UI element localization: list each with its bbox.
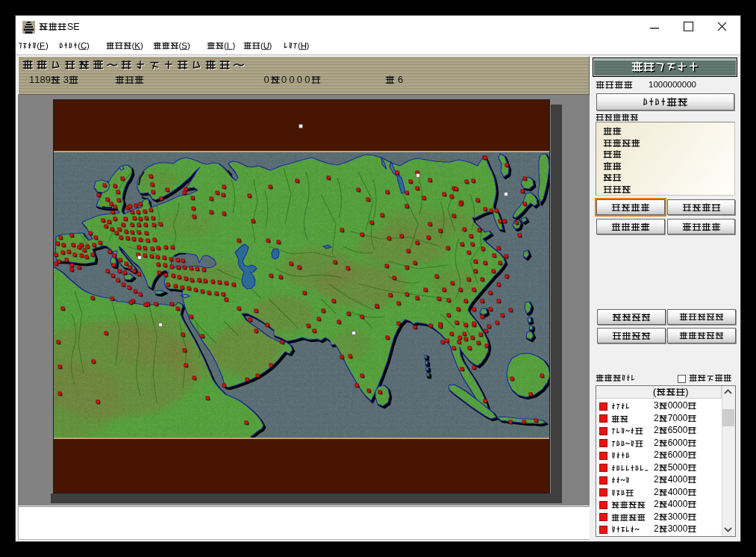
- svg-text:2: 2: [654, 449, 659, 460]
- svg-text:2: 2: [654, 487, 659, 497]
- svg-text:2: 2: [654, 499, 659, 509]
- svg-text:0: 0: [281, 74, 287, 85]
- svg-text:I: I: [227, 41, 229, 50]
- svg-text:1: 1: [34, 74, 40, 85]
- svg-text:3: 3: [654, 400, 659, 411]
- svg-text:2: 2: [654, 523, 659, 534]
- svg-text:0: 0: [683, 499, 688, 509]
- svg-text:2: 2: [654, 425, 659, 435]
- svg-text:1: 1: [29, 74, 34, 85]
- svg-text:0: 0: [683, 487, 688, 497]
- svg-text:0: 0: [289, 74, 294, 85]
- svg-text:S: S: [181, 41, 187, 50]
- svg-text:0: 0: [683, 462, 688, 473]
- svg-text:0: 0: [683, 523, 688, 534]
- svg-text:): ): [87, 41, 90, 50]
- svg-text:K: K: [134, 41, 140, 50]
- svg-text:0: 0: [264, 74, 269, 85]
- svg-text:): ): [46, 41, 49, 50]
- svg-text:0: 0: [683, 438, 688, 448]
- svg-text:2: 2: [654, 438, 659, 448]
- svg-text:6: 6: [398, 74, 403, 85]
- svg-text:): ): [307, 41, 310, 50]
- svg-text:0: 0: [683, 511, 688, 522]
- svg-text:(: (: [653, 386, 657, 397]
- svg-text:): ): [187, 41, 190, 50]
- svg-text:8: 8: [40, 74, 46, 85]
- svg-text:): ): [140, 41, 143, 50]
- svg-text:3: 3: [63, 74, 69, 85]
- svg-text:0: 0: [297, 74, 302, 85]
- svg-text:0: 0: [683, 425, 688, 435]
- svg-text:): ): [269, 41, 272, 50]
- svg-text:2: 2: [654, 474, 659, 485]
- svg-text:2: 2: [654, 511, 659, 522]
- svg-text:): ): [685, 386, 688, 397]
- svg-text:0: 0: [304, 74, 310, 85]
- svg-text:9: 9: [46, 74, 51, 85]
- svg-text:2: 2: [654, 462, 659, 473]
- svg-text:0: 0: [683, 413, 688, 423]
- svg-text:2: 2: [654, 413, 659, 423]
- svg-text:0: 0: [683, 400, 688, 411]
- svg-text:): ): [233, 41, 236, 50]
- svg-text:0: 0: [683, 449, 688, 460]
- svg-text:0: 0: [683, 474, 688, 485]
- svg-text:F: F: [40, 41, 45, 50]
